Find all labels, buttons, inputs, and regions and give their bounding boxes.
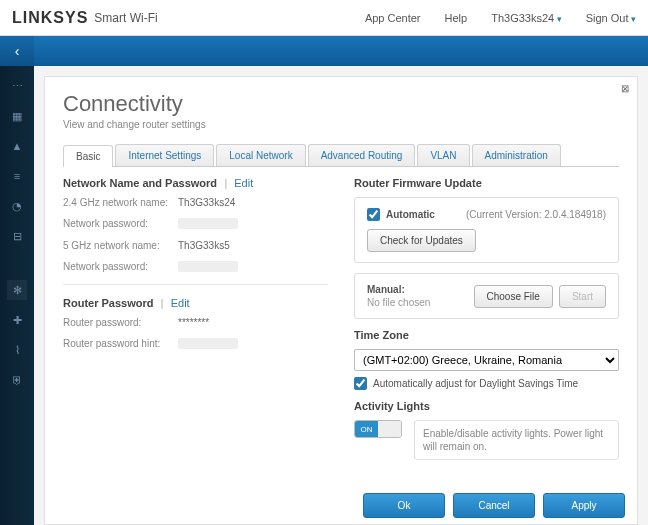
help-link[interactable]: Help	[445, 12, 468, 24]
tab-administration[interactable]: Administration	[472, 144, 561, 166]
sidebar-icon-wireless[interactable]: ⌇	[7, 340, 27, 360]
footer-buttons: Ok Cancel Apply	[363, 493, 625, 518]
page-subtitle: View and change router settings	[63, 119, 619, 130]
right-column: Router Firmware Update Automatic (Curren…	[354, 177, 619, 460]
main-panel: ⊠ Connectivity View and change router se…	[44, 76, 638, 525]
ok-button[interactable]: Ok	[363, 493, 445, 518]
label-router-password: Router password:	[63, 317, 178, 329]
app-center-link[interactable]: App Center	[365, 12, 421, 24]
left-column: Network Name and Password | Edit 2.4 GHz…	[63, 177, 328, 460]
choose-file-button[interactable]: Choose File	[474, 285, 553, 308]
activity-note: Enable/disable activity lights. Power li…	[414, 420, 619, 460]
automatic-label: Automatic	[386, 209, 435, 220]
network-section-title: Network Name and Password | Edit	[63, 177, 328, 189]
sidebar-icon-storage[interactable]: ⊟	[7, 226, 27, 246]
label-router-hint: Router password hint:	[63, 338, 178, 351]
value-24ghz-password	[178, 218, 238, 229]
back-button[interactable]: ‹	[0, 36, 34, 66]
app-header: LINKSYS Smart Wi-Fi App Center Help Th3G…	[0, 0, 648, 36]
activity-toggle[interactable]: ON	[354, 420, 402, 438]
product-name: Smart Wi-Fi	[94, 11, 157, 25]
sidebar-icon-parental[interactable]: ▲	[7, 136, 27, 156]
tab-vlan[interactable]: VLAN	[417, 144, 469, 166]
check-updates-button[interactable]: Check for Updates	[367, 229, 476, 252]
cancel-button[interactable]: Cancel	[453, 493, 535, 518]
sidebar-icon-connectivity[interactable]: ✻	[7, 280, 27, 300]
timezone-section-title: Time Zone	[354, 329, 619, 341]
sidebar-icon-guest[interactable]: ▦	[7, 106, 27, 126]
apply-button[interactable]: Apply	[543, 493, 625, 518]
brand-logo: LINKSYS	[12, 9, 88, 27]
blue-bar	[34, 36, 648, 66]
sidebar-icon-devices[interactable]: ⋯	[7, 76, 27, 96]
sidebar-icon-security[interactable]: ⛨	[7, 370, 27, 390]
label-24ghz-name: 2.4 GHz network name:	[63, 197, 178, 209]
activity-section-title: Activity Lights	[354, 400, 619, 412]
page-title: Connectivity	[63, 91, 619, 117]
firmware-auto-box: Automatic (Current Version: 2.0.4.184918…	[354, 197, 619, 263]
label-5ghz-password: Network password:	[63, 261, 178, 274]
value-5ghz-password	[178, 261, 238, 272]
tab-internet-settings[interactable]: Internet Settings	[115, 144, 214, 166]
sidebar: ‹ ⋯ ▦ ▲ ≡ ◔ ⊟ ✻ ✚ ⌇ ⛨	[0, 36, 34, 525]
header-links: App Center Help Th3G33ks24 Sign Out	[365, 12, 636, 24]
dst-label: Automatically adjust for Daylight Saving…	[373, 378, 578, 389]
sidebar-icon-speed[interactable]: ◔	[7, 196, 27, 216]
user-menu[interactable]: Th3G33ks24	[491, 12, 562, 24]
value-router-hint	[178, 338, 238, 349]
tabs: Basic Internet Settings Local Network Ad…	[63, 144, 619, 167]
close-icon[interactable]: ⊠	[621, 83, 629, 94]
value-router-password: ********	[178, 317, 209, 329]
manual-label: Manual:	[367, 284, 405, 295]
signout-menu[interactable]: Sign Out	[586, 12, 636, 24]
automatic-checkbox[interactable]	[367, 208, 380, 221]
value-24ghz-name: Th3G33ks24	[178, 197, 235, 209]
label-24ghz-password: Network password:	[63, 218, 178, 231]
routerpw-section-title: Router Password | Edit	[63, 297, 328, 309]
value-5ghz-name: Th3G33ks5	[178, 240, 230, 252]
firmware-section-title: Router Firmware Update	[354, 177, 619, 189]
tab-advanced-routing[interactable]: Advanced Routing	[308, 144, 416, 166]
current-version: (Current Version: 2.0.4.184918)	[466, 209, 606, 220]
routerpw-edit-link[interactable]: Edit	[171, 297, 190, 309]
sidebar-icon-media[interactable]: ≡	[7, 166, 27, 186]
tab-local-network[interactable]: Local Network	[216, 144, 305, 166]
sidebar-icon-troubleshoot[interactable]: ✚	[7, 310, 27, 330]
dst-checkbox[interactable]	[354, 377, 367, 390]
network-edit-link[interactable]: Edit	[234, 177, 253, 189]
timezone-select[interactable]: (GMT+02:00) Greece, Ukraine, Romania	[354, 349, 619, 371]
label-5ghz-name: 5 GHz network name:	[63, 240, 178, 252]
start-button[interactable]: Start	[559, 285, 606, 308]
no-file-text: No file chosen	[367, 297, 474, 308]
firmware-manual-box: Manual: No file chosen Choose File Start	[354, 273, 619, 319]
tab-basic[interactable]: Basic	[63, 145, 113, 167]
